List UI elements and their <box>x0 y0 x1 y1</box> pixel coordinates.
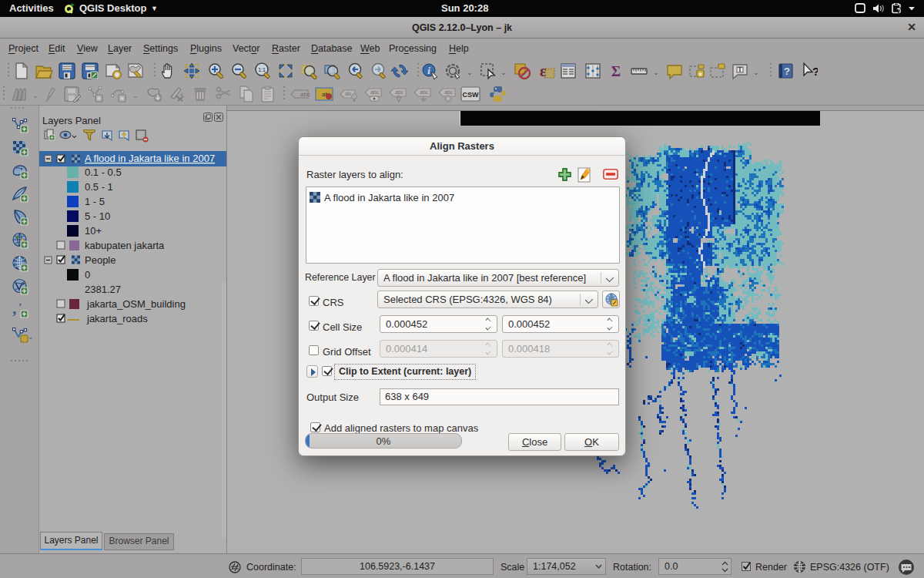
svg-text:T: T <box>738 66 742 73</box>
svg-text:abc: abc <box>395 89 404 95</box>
svg-text:i: i <box>427 65 430 76</box>
svg-text:kabupaten jakarta: kabupaten jakarta <box>85 240 165 251</box>
svg-text:1:1: 1:1 <box>258 67 266 72</box>
svg-text:jakarta_OSM_building: jakarta_OSM_building <box>86 298 186 310</box>
svg-text:10+: 10+ <box>85 225 102 237</box>
svg-text:abc: abc <box>300 91 310 98</box>
svg-text:CSW: CSW <box>463 91 480 99</box>
svg-text:5 - 10: 5 - 10 <box>85 210 110 222</box>
svg-text:,: , <box>12 301 17 318</box>
svg-text:jakarta_roads: jakarta_roads <box>86 313 148 324</box>
svg-text:People: People <box>85 254 116 266</box>
svg-text:Σ: Σ <box>611 63 621 79</box>
svg-text:abc: abc <box>370 89 380 95</box>
svg-text:abc: abc <box>444 89 454 95</box>
svg-text:?: ? <box>784 66 790 77</box>
svg-text:ab: ab <box>345 91 351 96</box>
svg-text:abc: abc <box>420 89 429 95</box>
svg-text:A flood in Jakarta like in 200: A flood in Jakarta like in 2007 <box>85 153 215 164</box>
svg-text:0.1 - 0.5: 0.1 - 0.5 <box>85 166 122 178</box>
svg-text:0.5 - 1: 0.5 - 1 <box>85 181 113 193</box>
svg-text:1 - 5: 1 - 5 <box>85 196 105 207</box>
svg-text:?: ? <box>812 65 818 78</box>
svg-text:0: 0 <box>85 269 90 281</box>
svg-text:2381.27: 2381.27 <box>85 284 121 295</box>
svg-text:ε: ε <box>540 62 547 79</box>
